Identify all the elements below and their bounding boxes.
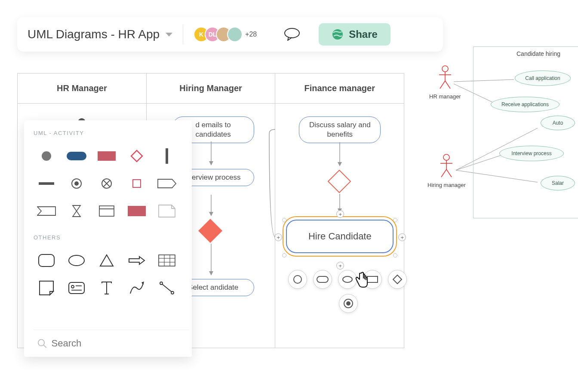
actor-label: HR manager (429, 93, 461, 100)
svg-marker-10 (338, 162, 342, 166)
decision-diamond-icon[interactable] (197, 218, 223, 244)
svg-marker-41 (100, 255, 113, 266)
add-connector-right[interactable]: + (398, 233, 406, 241)
quick-shape-diamond[interactable] (388, 270, 407, 289)
svg-point-40 (69, 255, 84, 266)
shape-arrow-icon[interactable] (124, 248, 150, 273)
avatar[interactable] (227, 27, 243, 42)
shape-decision-icon[interactable] (124, 143, 150, 169)
shape-sticky-note-icon[interactable] (34, 275, 59, 301)
document-title[interactable]: UML Diagrams - HR App (28, 28, 160, 41)
lane-header: Hiring Manager (147, 74, 275, 104)
shape-table-icon[interactable] (154, 248, 180, 273)
shape-final-node-icon[interactable] (64, 171, 89, 196)
usecase-call-applications[interactable]: Call application (515, 70, 571, 86)
quick-shape-rounded[interactable] (313, 270, 332, 289)
title-dropdown-icon[interactable] (166, 33, 172, 37)
palette-section-uml: UML - ACTIVITY (34, 130, 189, 136)
svg-point-16 (343, 276, 352, 282)
svg-rect-38 (128, 206, 146, 216)
svg-rect-36 (99, 206, 114, 216)
avatar-overflow-count[interactable]: +28 (245, 31, 257, 38)
activity-hire-candidate-selected[interactable]: Hire Candidate (286, 220, 394, 253)
shape-expansion-region-icon[interactable] (124, 198, 150, 224)
usecase-title: Candidate hiring (517, 50, 560, 57)
shape-text-icon[interactable] (94, 275, 120, 301)
shape-receive-signal-icon[interactable] (34, 198, 59, 224)
lane-header: Finance manager (275, 74, 404, 104)
svg-line-61 (445, 81, 450, 89)
svg-point-1 (332, 29, 343, 40)
usecase-auto[interactable]: Auto (541, 116, 575, 130)
shape-activity-icon[interactable] (64, 143, 89, 169)
actor-label: Hiring manager (427, 182, 466, 188)
decision-diamond-outline-icon[interactable] (327, 169, 352, 194)
shape-action-icon[interactable] (94, 143, 120, 169)
shape-freehand-icon[interactable] (124, 275, 150, 301)
svg-point-14 (294, 276, 301, 283)
palette-section-others: OTHERS (34, 234, 189, 241)
quick-shape-end-node[interactable] (339, 294, 358, 313)
resize-handle[interactable] (393, 253, 397, 257)
add-connector-bottom[interactable]: + (336, 262, 344, 270)
shape-triangle-icon[interactable] (94, 248, 120, 273)
resize-handle[interactable] (393, 218, 397, 222)
shape-note-icon[interactable] (154, 198, 180, 224)
svg-point-20 (346, 301, 350, 306)
search-icon (37, 338, 47, 349)
usecase-salary[interactable]: Salar (541, 176, 575, 190)
shape-join-bar-icon[interactable] (34, 171, 59, 196)
svg-marker-33 (158, 179, 176, 188)
other-shapes (34, 248, 189, 301)
shape-flow-final-icon[interactable] (94, 171, 120, 196)
svg-line-56 (43, 345, 46, 348)
usecase-receive-applications[interactable]: Receive applications (491, 97, 560, 112)
comment-button[interactable] (283, 25, 301, 44)
resize-handle[interactable] (282, 218, 286, 222)
shape-palette: UML - ACTIVITY OTHERS (24, 120, 192, 357)
svg-rect-47 (69, 282, 84, 294)
actor-hr-manager[interactable]: HR manager (429, 65, 461, 100)
svg-rect-22 (67, 152, 86, 160)
collaborator-avatars[interactable]: K DL +28 (194, 27, 257, 42)
uml-activity-shapes (34, 143, 189, 224)
stick-figure-icon (437, 65, 453, 89)
shape-send-signal-icon[interactable] (154, 171, 180, 196)
shape-connector-icon[interactable] (154, 275, 180, 301)
svg-line-65 (441, 169, 446, 177)
palette-search[interactable] (34, 330, 189, 357)
usecase-interview-process[interactable]: Interview process (499, 146, 564, 161)
shape-card-icon[interactable] (64, 275, 89, 301)
search-input[interactable] (51, 338, 186, 349)
add-connector-left[interactable]: + (274, 233, 282, 241)
shape-fork-bar-icon[interactable] (154, 143, 180, 169)
shape-ellipse-icon[interactable] (64, 248, 89, 273)
svg-marker-6 (198, 219, 222, 243)
quick-shape-toolbar (288, 270, 407, 289)
svg-point-62 (443, 154, 449, 160)
shape-rounded-rect-icon[interactable] (34, 248, 59, 273)
usecase-frame[interactable]: Candidate hiring Call application Receiv… (473, 46, 578, 218)
svg-marker-8 (209, 271, 213, 276)
svg-marker-3 (209, 161, 213, 165)
add-connector-top[interactable]: + (336, 210, 344, 218)
actor-hiring-manager[interactable]: Hiring manager (427, 154, 466, 188)
shape-time-event-icon[interactable] (64, 198, 89, 224)
top-toolbar: UML Diagrams - HR App K DL +28 Share (17, 17, 443, 52)
shape-object-node-icon[interactable] (124, 171, 150, 196)
resize-handle[interactable] (282, 253, 286, 257)
stick-figure-icon (439, 154, 454, 178)
quick-shape-circle[interactable] (288, 270, 307, 289)
share-button[interactable]: Share (319, 23, 390, 46)
svg-line-60 (440, 81, 445, 89)
activity-discuss-salary[interactable]: Discuss salary and benefits (299, 116, 381, 143)
share-label: Share (349, 28, 378, 40)
separator (183, 24, 183, 44)
shape-partition-icon[interactable] (94, 198, 120, 224)
svg-point-57 (442, 66, 448, 72)
svg-rect-15 (317, 276, 328, 282)
svg-point-55 (38, 340, 44, 346)
svg-rect-25 (166, 148, 168, 164)
shape-initial-node-icon[interactable] (34, 143, 59, 169)
speech-bubble-icon (283, 28, 301, 41)
